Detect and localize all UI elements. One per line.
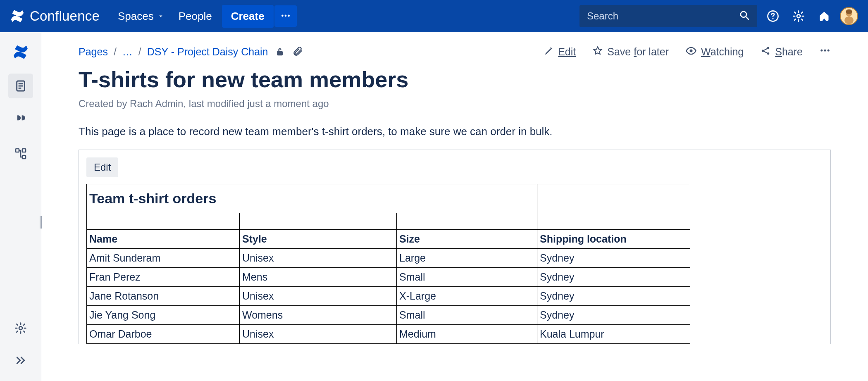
breadcrumb-parent[interactable]: DSY - Project Daisy Chain [147, 46, 268, 58]
svg-point-28 [827, 49, 830, 51]
more-actions-button[interactable] [819, 45, 831, 59]
brand[interactable]: Confluence [10, 8, 100, 24]
table-row: Amit SunderamUnisexLargeSydney [87, 249, 690, 268]
ellipsis-icon [280, 10, 291, 22]
settings-button[interactable] [789, 6, 808, 26]
table-cell: Kuala Lumpur [537, 325, 690, 344]
table-row: Jie Yang SongWomensSmallSydney [87, 306, 690, 325]
chevron-down-icon [157, 10, 165, 23]
notifications-button[interactable] [814, 6, 834, 26]
svg-point-2 [288, 14, 290, 17]
breadcrumb-pages[interactable]: Pages [79, 46, 108, 58]
table-cell: Sydney [537, 306, 690, 325]
sidebar-expand[interactable] [8, 348, 33, 373]
table-cell: Womens [240, 306, 397, 325]
svg-point-6 [772, 18, 773, 19]
nav-spaces-label: Spaces [118, 10, 154, 23]
watching-action[interactable]: Watching [685, 45, 744, 59]
edit-action[interactable]: Edit [544, 46, 576, 58]
help-button[interactable] [763, 6, 783, 26]
left-sidebar [0, 32, 41, 381]
search-input[interactable] [587, 10, 739, 22]
table-cell: Jie Yang Song [87, 306, 240, 325]
svg-point-27 [824, 49, 826, 51]
embedded-sheet-box: Edit Team t-shirt orders Name Style Size… [79, 150, 831, 344]
table-cell: Sydney [537, 287, 690, 306]
table-cell: Amit Sunderam [87, 249, 240, 268]
sheet-title: Team t-shirt orders [87, 184, 537, 213]
nav-spaces[interactable]: Spaces [114, 7, 169, 26]
edit-label: Edit [558, 46, 576, 58]
save-for-later-action[interactable]: Save for later [592, 45, 669, 59]
col-ship: Shipping location [537, 230, 690, 249]
sidebar-tree[interactable] [8, 141, 33, 166]
nav-people-label: People [179, 10, 212, 23]
svg-point-1 [284, 14, 286, 17]
breadcrumb-sep: / [114, 46, 117, 58]
pencil-icon [544, 46, 554, 58]
page-intro: This page is a place to record new team … [79, 125, 831, 138]
sidebar-space-logo[interactable] [8, 40, 33, 64]
page-actions: Edit Save for later Watching Share [544, 45, 831, 59]
sidebar-blog[interactable] [8, 107, 33, 132]
page-byline: Created by Rach Admin, last modified jus… [79, 98, 831, 110]
attachments-icon[interactable] [292, 46, 305, 58]
search-box[interactable] [579, 5, 757, 27]
breadcrumb-row: Pages / … / DSY - Project Daisy Chain Ed… [79, 45, 831, 59]
table-row: Omar DarboeUnisexMediumKuala Lumpur [87, 325, 690, 344]
svg-point-20 [19, 326, 22, 330]
table-cell: Large [397, 249, 537, 268]
table-cell: Unisex [240, 287, 397, 306]
main-content: Pages / … / DSY - Project Daisy Chain Ed… [41, 32, 868, 381]
table-cell: Sydney [537, 249, 690, 268]
sidebar-resize-handle[interactable] [38, 210, 43, 235]
brand-name: Confluence [30, 8, 100, 24]
svg-point-0 [281, 14, 284, 17]
watching-label: Watching [701, 46, 744, 58]
create-more-button[interactable] [274, 5, 297, 27]
table-title-row: Team t-shirt orders [87, 184, 690, 213]
table-cell: Omar Darboe [87, 325, 240, 344]
eye-icon [685, 45, 697, 59]
table-cell: Mens [240, 268, 397, 287]
table-cell: Fran Perez [87, 268, 240, 287]
svg-point-26 [820, 49, 823, 51]
svg-rect-10 [846, 10, 852, 14]
top-nav: Confluence Spaces People Create [0, 0, 868, 32]
sidebar-space-settings[interactable] [8, 316, 33, 341]
share-icon [760, 45, 771, 59]
table-cell: X-Large [397, 287, 537, 306]
svg-point-22 [689, 49, 692, 52]
col-size: Size [397, 230, 537, 249]
svg-rect-16 [22, 155, 26, 159]
table-cell: Unisex [240, 325, 397, 344]
breadcrumb-ellipsis[interactable]: … [122, 46, 133, 58]
create-button[interactable]: Create [222, 5, 274, 28]
table-header-row: Name Style Size Shipping location [87, 230, 690, 249]
share-action[interactable]: Share [760, 45, 803, 59]
tshirt-table: Team t-shirt orders Name Style Size Ship… [86, 184, 690, 344]
restrictions-icon[interactable] [274, 46, 286, 58]
table-cell: Medium [397, 325, 537, 344]
svg-rect-9 [844, 17, 854, 24]
sidebar-pages[interactable] [8, 74, 33, 98]
breadcrumb-sep: / [138, 46, 141, 58]
table-cell: Small [397, 306, 537, 325]
star-icon [592, 45, 603, 59]
table-cell: Sydney [537, 268, 690, 287]
table-cell: Jane Rotanson [87, 287, 240, 306]
nav-people[interactable]: People [174, 7, 216, 26]
search-icon [739, 10, 750, 22]
empty-cell [537, 184, 690, 213]
embedded-edit-button[interactable]: Edit [86, 157, 118, 177]
table-row: Jane RotansonUnisexX-LargeSydney [87, 287, 690, 306]
share-label: Share [775, 46, 803, 58]
page-title: T-shirts for new team members [79, 67, 831, 92]
col-name: Name [87, 230, 240, 249]
svg-rect-21 [277, 51, 283, 55]
table-blank-row [87, 213, 690, 230]
user-avatar[interactable] [840, 7, 858, 25]
col-style: Style [240, 230, 397, 249]
table-row: Fran PerezMensSmallSydney [87, 268, 690, 287]
svg-point-7 [797, 14, 800, 18]
